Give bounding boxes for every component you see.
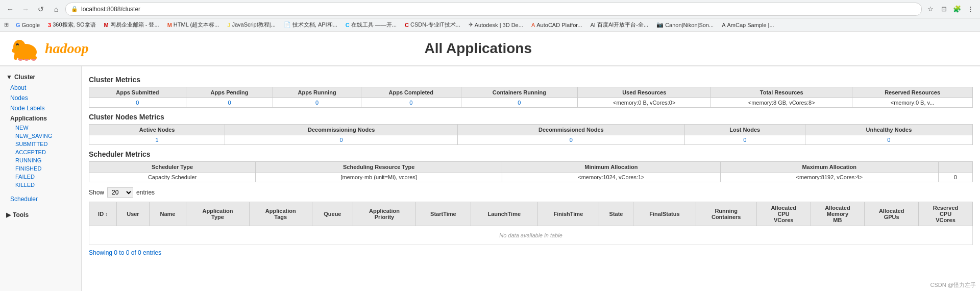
col-containers-running: Containers Running: [461, 87, 578, 98]
bookmark-label: Autodesk | 3D De...: [475, 22, 523, 28]
svg-rect-9: [32, 56, 37, 59]
footer-watermark: CSDN @怪力左手: [930, 281, 976, 289]
bookmark-amcap[interactable]: A AmCap Sample |...: [719, 21, 777, 29]
col-user[interactable]: User: [117, 202, 149, 226]
bookmark-360[interactable]: 3 360搜索, SO拿语: [45, 20, 99, 29]
bookmark-163mail[interactable]: M 网易企业邮箱 - 登...: [101, 20, 162, 29]
bookmark-label: 技术文档, API和...: [292, 21, 337, 29]
col-max-allocation: Maximum Allocation: [720, 162, 938, 173]
col-queue[interactable]: Queue: [312, 202, 353, 226]
sidebar-item-finished[interactable]: FINISHED: [0, 164, 81, 173]
val-lost-nodes[interactable]: 0: [684, 135, 805, 145]
sidebar-item-killed[interactable]: KILLED: [0, 181, 81, 189]
val-decommissioned-nodes[interactable]: 0: [458, 135, 685, 145]
val-active-nodes[interactable]: 1: [89, 135, 225, 145]
val-decommissioning-nodes[interactable]: 0: [225, 135, 458, 145]
col-reserved-resources: Reserved Resources: [852, 87, 973, 98]
bookmark-csdn[interactable]: C CSDN-专业IT技术...: [402, 20, 463, 29]
col-decommissioned-nodes: Decommissioned Nodes: [458, 125, 685, 135]
sidebar-item-applications[interactable]: Applications: [0, 113, 81, 124]
extensions-button[interactable]: 🧩: [951, 4, 963, 15]
hadoop-logo: hadoop: [10, 36, 89, 61]
bookmark-html[interactable]: M HTML (超文本标...: [164, 20, 223, 29]
sidebar-item-node-labels[interactable]: Node Labels: [0, 103, 81, 113]
col-id[interactable]: ID ↕: [89, 202, 117, 226]
lock-icon: 🔒: [71, 6, 78, 12]
page-title: All Applications: [425, 40, 532, 57]
show-label: Show: [89, 189, 104, 196]
cluster-metrics-table: Apps Submitted Apps Pending Apps Running…: [89, 87, 973, 108]
col-apps-running: Apps Running: [273, 87, 361, 98]
val-apps-running[interactable]: 0: [273, 98, 361, 108]
back-button[interactable]: ←: [4, 3, 16, 15]
val-apps-submitted[interactable]: 0: [89, 98, 186, 108]
val-apps-completed[interactable]: 0: [361, 98, 461, 108]
col-allocated-memory[interactable]: AllocatedMemoryMB: [811, 202, 865, 226]
col-unhealthy-nodes: Unhealthy Nodes: [805, 125, 972, 135]
col-application-type[interactable]: ApplicationType: [186, 202, 249, 226]
svg-rect-8: [24, 56, 29, 59]
sidebar-item-running[interactable]: RUNNING: [0, 156, 81, 164]
col-apps-pending: Apps Pending: [186, 87, 273, 98]
tech-icon: 📄: [284, 21, 291, 28]
hadoop-logo-text: hadoop: [45, 40, 89, 57]
bookmark-label: AmCap Sample |...: [727, 22, 774, 28]
col-finish-time[interactable]: FinishTime: [537, 202, 599, 226]
val-containers-running[interactable]: 0: [461, 98, 578, 108]
bookmark-label: Canon|Nikon|Son...: [665, 22, 714, 28]
col-allocated-gpus[interactable]: AllocatedGPUs: [865, 202, 919, 226]
col-reserved-cpu[interactable]: ReservedCPUVCores: [919, 202, 973, 226]
ai-icon: AI: [591, 22, 596, 28]
col-running-containers[interactable]: RunningContainers: [696, 202, 756, 226]
bookmark-star-button[interactable]: ☆: [925, 4, 936, 15]
sidebar-item-about[interactable]: About: [0, 83, 81, 93]
col-name[interactable]: Name: [149, 202, 186, 226]
bookmark-autodesk[interactable]: ✈ Autodesk | 3D De...: [465, 21, 526, 29]
col-allocated-cpu[interactable]: AllocatedCPUVCores: [756, 202, 811, 226]
val-unhealthy-nodes[interactable]: 0: [805, 135, 972, 145]
address-bar[interactable]: 🔒 localhost:8088/cluster: [65, 3, 922, 16]
forward-button[interactable]: →: [19, 3, 32, 15]
sidebar-tools-header[interactable]: ▶ Tools: [0, 209, 81, 221]
entries-label: entries: [136, 189, 155, 196]
bookmark-techbook[interactable]: 📄 技术文档, API和...: [281, 20, 340, 29]
bookmark-label: CSDN-专业IT技术...: [410, 21, 460, 29]
sidebar-item-failed[interactable]: FAILED: [0, 173, 81, 181]
sidebar-item-nodes[interactable]: Nodes: [0, 93, 81, 103]
sidebar-item-new[interactable]: NEW: [0, 124, 81, 132]
bookmark-baidu-ai[interactable]: AI 百度AI开放平台-全...: [587, 20, 652, 29]
sidebar-item-submitted[interactable]: SUBMITTED: [0, 140, 81, 148]
col-scheduler-extra: [938, 162, 972, 173]
col-application-tags[interactable]: ApplicationTags: [249, 202, 312, 226]
sidebar-item-new-saving[interactable]: NEW_SAVING: [0, 132, 81, 140]
js-icon: J: [227, 22, 230, 28]
bookmark-canon[interactable]: 📷 Canon|Nikon|Son...: [653, 21, 717, 29]
bookmark-label: HTML (超文本标...: [174, 21, 219, 29]
entries-select[interactable]: 10 20 25 50 100: [107, 187, 133, 198]
col-start-time[interactable]: StartTime: [416, 202, 471, 226]
col-state[interactable]: State: [599, 202, 633, 226]
col-final-status[interactable]: FinalStatus: [633, 202, 696, 226]
svg-rect-10: [18, 56, 23, 59]
refresh-button[interactable]: ↺: [35, 3, 47, 15]
col-application-priority[interactable]: ApplicationPriority: [353, 202, 415, 226]
sidebar-item-scheduler[interactable]: Scheduler: [0, 194, 81, 204]
sidebar-cluster-header[interactable]: ▼ Cluster: [0, 71, 81, 83]
bookmark-label: AutoCAD Platfor...: [536, 22, 582, 28]
autodesk-icon: ✈: [469, 21, 473, 28]
google-icon: G: [16, 22, 20, 28]
bookmark-google[interactable]: G Google: [13, 21, 43, 29]
bookmark-autocad[interactable]: A AutoCAD Platfor...: [528, 21, 585, 29]
col-apps-submitted: Apps Submitted: [89, 87, 186, 98]
bookmark-online-tools[interactable]: C 在线工具 ——开...: [342, 20, 400, 29]
sidebar-item-accepted[interactable]: ACCEPTED: [0, 148, 81, 156]
col-launch-time[interactable]: LaunchTime: [471, 202, 537, 226]
menu-button[interactable]: ⋮: [965, 4, 976, 15]
cast-button[interactable]: ⊡: [938, 4, 949, 15]
val-total-resources: <memory:8 GB, vCores:8>: [711, 98, 852, 108]
bookmark-label: 360搜索, SO拿语: [53, 21, 95, 29]
applications-table: ID ↕ User Name ApplicationType Applicati…: [89, 202, 973, 245]
val-apps-pending[interactable]: 0: [186, 98, 273, 108]
bookmark-js[interactable]: J JavaScript教程|...: [224, 20, 279, 29]
home-button[interactable]: ⌂: [50, 3, 62, 15]
